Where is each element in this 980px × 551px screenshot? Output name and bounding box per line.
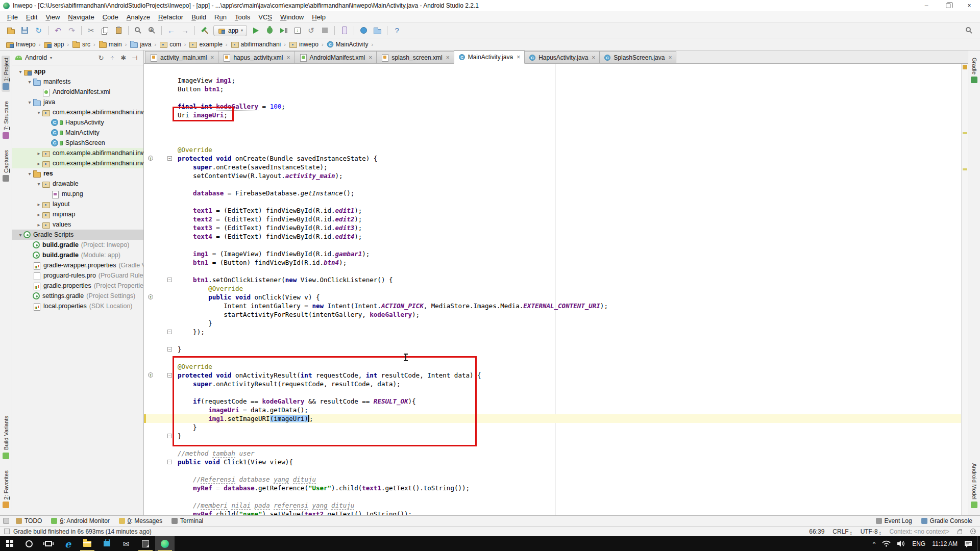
tab-splash-screen-xml[interactable]: splash_screen.xml× — [376, 51, 454, 63]
overriding-method-icon[interactable]: ↑ — [148, 372, 153, 378]
fold-icon[interactable]: − — [167, 330, 172, 334]
tool-button-2-favorites[interactable]: 2: Favorites — [2, 468, 10, 510]
inspection-indicator[interactable] — [963, 65, 967, 69]
back-button[interactable]: ← — [164, 24, 178, 37]
tab-androidmanifest-xml[interactable]: AndroidManifest.xml× — [295, 51, 377, 63]
tree-item-com-example-abifirmandhani-inw[interactable]: ▸com.example.abifirmandhani.inw — [12, 158, 143, 168]
breadcrumb-item-src[interactable]: src — [70, 40, 92, 48]
code-line[interactable]: btn1 = (Button) findViewById(R.id.btn4); — [144, 258, 961, 267]
tree-caret-icon[interactable]: ▸ — [36, 161, 42, 166]
code-line[interactable] — [144, 440, 961, 449]
tree-caret-icon[interactable]: ▾ — [36, 181, 42, 187]
tree-caret-icon[interactable]: ▾ — [27, 79, 33, 85]
code-line[interactable] — [144, 128, 961, 137]
overriding-method-icon[interactable]: ↑ — [148, 156, 153, 161]
tool-window-quick-access-icon[interactable] — [3, 518, 9, 524]
collapse-all-icon[interactable]: ÷ — [107, 54, 118, 62]
menu-run[interactable]: Run — [210, 12, 231, 22]
code-line[interactable]: − btn1.setOnClickListener(new View.OnCli… — [144, 276, 961, 284]
code-line[interactable]: text4 = (EditText) findViewById(R.id.edi… — [144, 232, 961, 241]
rerun-button[interactable]: ↺ — [304, 24, 318, 37]
menu-help[interactable]: Help — [308, 12, 330, 22]
tree-caret-icon[interactable]: ▸ — [36, 222, 42, 228]
warning-stripe-mark[interactable] — [963, 132, 967, 134]
code-line[interactable]: ImageView img1; — [144, 76, 961, 85]
code-line[interactable] — [144, 137, 961, 145]
caret-position[interactable]: 66:39 — [809, 528, 824, 535]
tool-window-button-0-messages[interactable]: 0: Messages — [114, 516, 167, 526]
hide-panel-icon[interactable]: ⊣ — [129, 54, 140, 62]
tree-caret-icon[interactable]: ▾ — [27, 171, 33, 177]
code-line[interactable]: final int kodeGallery = 100; — [144, 102, 961, 111]
run-configuration-selector[interactable]: app▾ — [213, 25, 247, 36]
tree-item-build-gradle[interactable]: build.gradle(Project: Inwepo) — [12, 240, 143, 250]
tab-hapusactivity-java[interactable]: CHapusActivity.java× — [524, 51, 600, 63]
tool-window-button-gradle-console[interactable]: Gradle Console — [917, 517, 977, 524]
breadcrumb-item-com[interactable]: com — [158, 40, 183, 48]
project-view-selector[interactable]: Android — [25, 54, 47, 61]
code-editor[interactable]: ImageView img1;Button btn1;final int kod… — [144, 64, 968, 515]
restore-button[interactable] — [937, 0, 959, 11]
fold-icon[interactable]: − — [167, 156, 172, 161]
lock-icon[interactable] — [958, 531, 962, 534]
stop-button[interactable] — [318, 24, 332, 37]
code-line[interactable]: text3 = (EditText) findViewById(R.id.edi… — [144, 223, 961, 232]
replace-button[interactable]: A — [145, 24, 159, 37]
code-line[interactable] — [144, 180, 961, 189]
wifi-icon[interactable] — [882, 540, 891, 547]
avd-manager-button[interactable] — [337, 24, 351, 37]
run-button[interactable] — [249, 24, 263, 37]
paste-button[interactable] — [112, 24, 126, 37]
open-file-button[interactable] — [4, 24, 18, 37]
code-line[interactable]: −} — [144, 345, 961, 354]
attach-debugger-button[interactable] — [290, 24, 304, 37]
tree-item-build-gradle[interactable]: build.gradle(Module: app) — [12, 250, 143, 260]
tray-chevron-icon[interactable]: ^ — [873, 541, 875, 547]
code-line[interactable]: text1 = (EditText) findViewById(R.id.edi… — [144, 206, 961, 215]
clock[interactable]: 11:12 AM — [932, 540, 958, 547]
tab-activity-main-xml[interactable]: activity_main.xml× — [145, 51, 218, 63]
sync-icon[interactable]: ↻ — [95, 54, 107, 62]
code-line[interactable] — [144, 241, 961, 249]
tab-mainactivity-java[interactable]: CMainActivity.java× — [454, 51, 525, 64]
tree-caret-icon[interactable]: ▸ — [36, 151, 42, 156]
find-button[interactable] — [131, 24, 145, 37]
chevron-down-icon[interactable]: ▾ — [50, 56, 52, 60]
code-line[interactable] — [144, 336, 961, 345]
tree-caret-icon[interactable]: ▾ — [17, 232, 23, 238]
tool-button-captures[interactable]: Captures — [2, 148, 10, 184]
volume-icon[interactable] — [897, 540, 905, 547]
code-line[interactable]: −} — [144, 432, 961, 440]
code-line[interactable] — [144, 93, 961, 102]
code-line[interactable] — [144, 354, 961, 362]
tree-item-com-example-abifirmandhani-inw[interactable]: ▾com.example.abifirmandhani.inw — [12, 107, 143, 117]
breadcrumb-item-example[interactable]: example — [187, 40, 224, 48]
tree-item-gradle-properties[interactable]: gradle.properties(Project Properties) — [12, 281, 143, 291]
save-all-button[interactable] — [18, 24, 32, 37]
code-line[interactable]: //memberi nilai pada referensi yang ditu… — [144, 501, 961, 510]
tree-caret-icon[interactable]: ▾ — [17, 69, 23, 74]
minimize-button[interactable]: – — [916, 0, 937, 11]
forward-button[interactable]: → — [178, 24, 192, 37]
tree-caret-icon[interactable]: ▸ — [36, 212, 42, 217]
cut-button[interactable]: ✂ — [84, 24, 98, 37]
tool-button-android-model[interactable]: Android Model — [970, 461, 978, 510]
code-line[interactable] — [144, 197, 961, 206]
breadcrumb-item-app[interactable]: app — [42, 40, 65, 48]
tree-item-mu-png[interactable]: mu.png — [12, 189, 143, 199]
code-line[interactable] — [144, 492, 961, 501]
tree-item-layout[interactable]: ▸layout — [12, 199, 143, 209]
code-line[interactable]: Intent intentGallery = new Intent(Intent… — [144, 302, 961, 310]
settings-icon[interactable]: ✱ — [118, 54, 129, 62]
show-desktop-button[interactable] — [977, 536, 980, 551]
taskbar-edge-icon[interactable]: e — [58, 536, 78, 551]
menu-navigate[interactable]: Navigate — [64, 12, 98, 22]
tree-item-gradle-scripts[interactable]: ▾Gradle Scripts — [12, 230, 143, 240]
highlighting-level-icon[interactable] — [970, 529, 976, 534]
code-line[interactable]: database = FirebaseDatabase.getInstance(… — [144, 189, 961, 197]
menu-code[interactable]: Code — [99, 12, 122, 22]
context-indicator[interactable]: Context: <no context> — [890, 528, 949, 535]
code-line[interactable]: //Referensi database yang dituju — [144, 475, 961, 484]
code-line[interactable]: ↑−protected void onCreate(Bundle savedIn… — [144, 154, 961, 163]
menu-window[interactable]: Window — [276, 12, 308, 22]
